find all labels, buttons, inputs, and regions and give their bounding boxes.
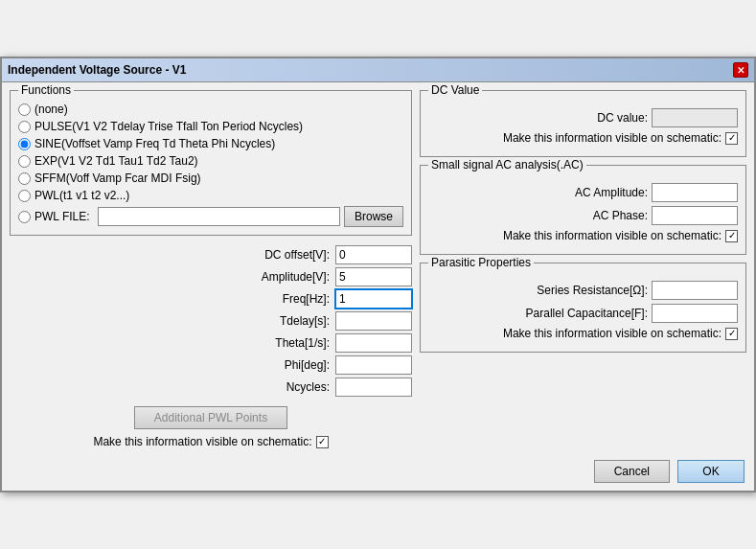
radio-sine-input[interactable] xyxy=(18,138,31,150)
pwl-file-row: Browse xyxy=(98,206,403,227)
left-panel: Functions (none) PULSE(V1 V2 Tdelay Tris… xyxy=(10,90,412,448)
radio-none-input[interactable] xyxy=(18,103,31,116)
main-content: Functions (none) PULSE(V1 V2 Tdelay Tris… xyxy=(2,82,754,456)
functions-group-title: Functions xyxy=(18,83,74,97)
parasitic-group: Parasitic Properties Series Resistance[Ω… xyxy=(420,263,746,353)
ok-button[interactable]: OK xyxy=(677,460,745,483)
close-button[interactable]: ✕ xyxy=(733,62,748,78)
param-input-ncycles[interactable] xyxy=(335,377,412,397)
radio-pwl-label: PWL(t1 v1 t2 v2...) xyxy=(34,189,129,202)
pwl-file-input[interactable] xyxy=(98,207,340,226)
left-visible-checkbox[interactable] xyxy=(316,436,329,448)
ac-amplitude-row: AC Amplitude: xyxy=(428,183,738,202)
radio-exp-label: EXP(V1 V2 Td1 Tau1 Td2 Tau2) xyxy=(34,154,198,168)
parallel-c-row: Parallel Capacitance[F]: xyxy=(428,304,738,323)
param-label-freq: Freq[Hz]: xyxy=(105,292,330,306)
param-label-tdelay: Tdelay[s]: xyxy=(105,314,330,328)
parallel-c-input[interactable] xyxy=(652,304,738,323)
radio-sine[interactable]: SINE(Voffset Vamp Freq Td Theta Phi Ncyc… xyxy=(18,137,403,150)
radio-pwl[interactable]: PWL(t1 v1 t2 v2...) xyxy=(18,189,403,202)
param-input-dc-offset[interactable] xyxy=(335,245,412,264)
cancel-button[interactable]: Cancel xyxy=(594,460,670,483)
radio-sffm[interactable]: SFFM(Voff Vamp Fcar MDI Fsig) xyxy=(18,172,403,185)
dc-visible-row: Make this information visible on schemat… xyxy=(428,131,738,145)
dc-value-content: DC value: Make this information visible … xyxy=(428,97,738,145)
ac-visible-row: Make this information visible on schemat… xyxy=(428,229,738,242)
ac-visible-label: Make this information visible on schemat… xyxy=(503,229,722,242)
ac-amplitude-label: AC Amplitude: xyxy=(575,186,648,199)
radio-pulse-input[interactable] xyxy=(18,121,31,133)
params-grid: DC offset[V]: Amplitude[V]: Freq[Hz]: Td… xyxy=(10,245,412,397)
radio-pwl-input[interactable] xyxy=(18,190,31,202)
ac-phase-row: AC Phase: xyxy=(428,206,738,225)
ac-content: AC Amplitude: AC Phase: Make this inform… xyxy=(428,172,738,242)
dc-value-input[interactable] xyxy=(652,108,738,127)
series-r-label: Series Resistance[Ω]: xyxy=(537,284,648,297)
radio-sine-label: SINE(Voffset Vamp Freq Td Theta Phi Ncyc… xyxy=(34,137,275,150)
parasitic-visible-label: Make this information visible on schemat… xyxy=(503,327,722,340)
right-panel: DC Value DC value: Make this information… xyxy=(420,90,746,448)
radio-group: (none) PULSE(V1 V2 Tdelay Trise Tfall To… xyxy=(18,97,403,227)
param-label-dc-offset: DC offset[V]: xyxy=(105,248,330,262)
parasitic-visible-checkbox[interactable] xyxy=(725,328,738,340)
main-window: Independent Voltage Source - V1 ✕ Functi… xyxy=(0,57,756,492)
param-input-tdelay[interactable] xyxy=(335,311,412,331)
ac-visible-checkbox[interactable] xyxy=(725,230,738,242)
param-input-freq[interactable] xyxy=(335,289,412,309)
dc-value-label: DC value: xyxy=(597,111,648,125)
radio-pwlfile-input[interactable] xyxy=(18,211,31,223)
param-input-phi[interactable] xyxy=(335,355,412,375)
radio-sffm-input[interactable] xyxy=(18,172,31,185)
title-bar: Independent Voltage Source - V1 ✕ xyxy=(2,58,754,82)
ac-amplitude-input[interactable] xyxy=(652,183,738,202)
browse-button[interactable]: Browse xyxy=(344,206,403,227)
dc-value-group-title: DC Value xyxy=(428,83,482,97)
radio-pwlfile-row[interactable]: PWL FILE: Browse xyxy=(18,206,403,227)
dc-visible-label: Make this information visible on schemat… xyxy=(503,131,722,145)
radio-exp-input[interactable] xyxy=(18,155,31,168)
ac-phase-label: AC Phase: xyxy=(593,209,648,222)
param-label-phi: Phi[deg]: xyxy=(105,358,330,372)
left-visible-row: Make this information visible on schemat… xyxy=(10,435,412,448)
window-title: Independent Voltage Source - V1 xyxy=(8,63,186,77)
param-label-amplitude: Amplitude[V]: xyxy=(105,270,330,284)
parasitic-visible-row: Make this information visible on schemat… xyxy=(428,327,738,340)
dc-value-group: DC Value DC value: Make this information… xyxy=(420,90,746,157)
radio-none[interactable]: (none) xyxy=(18,103,403,116)
left-visible-label: Make this information visible on schemat… xyxy=(93,435,311,448)
parasitic-content: Series Resistance[Ω]: Parallel Capacitan… xyxy=(428,269,738,340)
additional-pwl-button[interactable]: Additional PWL Points xyxy=(134,406,287,429)
functions-group: Functions (none) PULSE(V1 V2 Tdelay Tris… xyxy=(10,90,412,236)
radio-pulse[interactable]: PULSE(V1 V2 Tdelay Trise Tfall Ton Perio… xyxy=(18,120,403,133)
param-label-theta: Theta[1/s]: xyxy=(105,336,330,350)
series-r-input[interactable] xyxy=(652,281,738,300)
parasitic-group-title: Parasitic Properties xyxy=(428,256,534,269)
param-input-amplitude[interactable] xyxy=(335,267,412,286)
ac-group: Small signal AC analysis(.AC) AC Amplitu… xyxy=(420,165,746,255)
param-label-ncycles: Ncycles: xyxy=(105,380,330,394)
radio-sffm-label: SFFM(Voff Vamp Fcar MDI Fsig) xyxy=(34,172,201,185)
param-input-theta[interactable] xyxy=(335,333,412,353)
footer: Cancel OK xyxy=(2,456,754,491)
dc-visible-checkbox[interactable] xyxy=(725,132,738,145)
dc-value-row: DC value: xyxy=(428,108,738,127)
radio-pulse-label: PULSE(V1 V2 Tdelay Trise Tfall Ton Perio… xyxy=(34,120,303,133)
parallel-c-label: Parallel Capacitance[F]: xyxy=(526,307,648,320)
ac-phase-input[interactable] xyxy=(652,206,738,225)
ac-group-title: Small signal AC analysis(.AC) xyxy=(428,158,586,172)
radio-exp[interactable]: EXP(V1 V2 Td1 Tau1 Td2 Tau2) xyxy=(18,154,403,168)
series-r-row: Series Resistance[Ω]: xyxy=(428,281,738,300)
radio-none-label: (none) xyxy=(34,103,68,116)
radio-pwlfile-label: PWL FILE: xyxy=(34,210,90,223)
